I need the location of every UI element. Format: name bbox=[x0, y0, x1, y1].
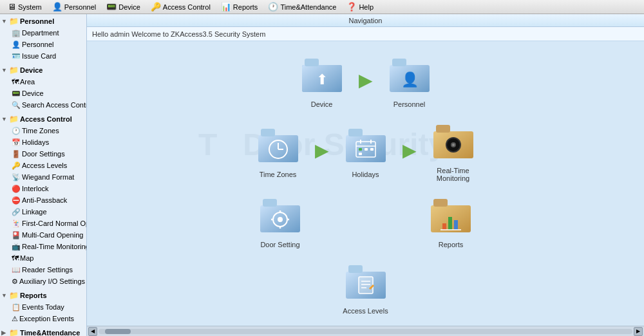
sidebar: ▼ 📁 Personnel 🏢 Department 👤 Personnel 🪪… bbox=[0, 14, 87, 336]
sidebar-item-access-levels[interactable]: 🔑 Access Levels bbox=[0, 160, 86, 171]
menu-system[interactable]: 🖥 System bbox=[3, 1, 47, 13]
dept-icon: 🏢 bbox=[12, 28, 21, 38]
menu-access-control[interactable]: 🔑 Access Control bbox=[146, 1, 216, 13]
aux-icon: ⚙ bbox=[12, 276, 18, 286]
icon-reports-box bbox=[428, 192, 474, 239]
arrow-2: ▶ bbox=[315, 140, 329, 161]
access-folder-icon: 📁 bbox=[9, 114, 19, 124]
icon-personnel-box: 👤 bbox=[386, 52, 433, 98]
sidebar-item-events-today[interactable]: 📋 Events Today bbox=[0, 301, 86, 313]
sidebar-item-holidays[interactable]: 📅 Holidays bbox=[0, 136, 86, 148]
icon-access-levels[interactable]: Access Levels bbox=[337, 259, 395, 315]
svg-rect-5 bbox=[392, 59, 406, 66]
search-icon: 🔍 bbox=[12, 100, 21, 110]
svg-rect-38 bbox=[442, 223, 446, 230]
icon-time-zones-box bbox=[255, 122, 301, 169]
reports-icon: 📊 bbox=[221, 2, 231, 12]
sidebar-item-anti-passback[interactable]: ⛔ Anti-Passback bbox=[0, 194, 86, 206]
personnel-folder-icon: 📁 bbox=[9, 16, 19, 26]
nav-bar: Navigation bbox=[87, 14, 644, 27]
icon-device-box: ⬆ bbox=[299, 52, 345, 98]
person-icon: 👤 bbox=[12, 39, 21, 50]
svg-rect-13 bbox=[348, 129, 363, 136]
main-scroll-left[interactable]: ◀ bbox=[88, 327, 97, 336]
welcome-bar: Hello admin Welcome to ZKAccess3.5 Secur… bbox=[87, 27, 644, 41]
sidebar-item-issue-card[interactable]: 🪪 Issue Card bbox=[0, 50, 86, 62]
menu-device[interactable]: 📟 Device bbox=[101, 1, 146, 13]
sidebar-item-interlock[interactable]: 🔴 Interlock bbox=[0, 183, 86, 194]
icon-reports[interactable]: Reports bbox=[422, 192, 480, 248]
main-scroll-right[interactable]: ▶ bbox=[634, 327, 643, 336]
mc-icon: 🎴 bbox=[12, 230, 21, 240]
main-scrolltrack bbox=[99, 329, 632, 334]
sidebar-item-personnel[interactable]: 👤 Personnel bbox=[0, 39, 86, 50]
sidebar-item-area[interactable]: 🗺 Area bbox=[0, 76, 86, 88]
sidebar-item-wiegand[interactable]: 📡 Wiegand Format bbox=[0, 171, 86, 183]
svg-rect-23 bbox=[436, 125, 450, 133]
sidebar-section-time-attendance: ▶ 📁 Time&Attendance bbox=[0, 326, 86, 336]
icon-real-time[interactable]: Real-Time Monitoring bbox=[424, 118, 482, 182]
content-area: Navigation Hello admin Welcome to ZKAcce… bbox=[87, 14, 644, 336]
access-icon: 🔑 bbox=[151, 2, 161, 12]
menu-help[interactable]: ❓ Help bbox=[341, 1, 379, 13]
map-icon: 🗺 bbox=[12, 253, 19, 263]
sidebar-item-device-root[interactable]: ▼ 📁 Device bbox=[0, 64, 86, 76]
menu-personnel[interactable]: 👤 Personnel bbox=[47, 1, 102, 13]
menu-time-attendance[interactable]: 🕐 Time&Attendance bbox=[263, 1, 341, 13]
sidebar-item-department[interactable]: 🏢 Department bbox=[0, 27, 86, 39]
icon-access-levels-box bbox=[343, 259, 389, 305]
sidebar-item-real-time[interactable]: 📺 Real-Time Monitoring... bbox=[0, 241, 86, 252]
sidebar-item-first-card[interactable]: 🃏 First-Card Normal Op... bbox=[0, 218, 86, 229]
svg-rect-40 bbox=[454, 220, 458, 230]
svg-rect-18 bbox=[359, 148, 362, 151]
svg-rect-19 bbox=[365, 148, 368, 151]
personnel-icon: 👤 bbox=[52, 2, 62, 12]
icon-column: ⬆ Device ▶ bbox=[249, 50, 482, 317]
sidebar-section-access-control: ▼ 📁 Access Control 🕐 Time Zones 📅 Holida… bbox=[0, 112, 86, 288]
sidebar-item-time-zones[interactable]: 🕐 Time Zones bbox=[0, 125, 86, 136]
svg-rect-44 bbox=[359, 277, 373, 294]
icon-area: ⬆ Device ▶ bbox=[87, 41, 644, 326]
icon-holidays-box bbox=[343, 122, 389, 169]
sidebar-item-access-root[interactable]: ▼ 📁 Access Control bbox=[0, 113, 86, 125]
menubar: 🖥 System 👤 Personnel 📟 Device 🔑 Access C… bbox=[0, 0, 644, 14]
sidebar-item-door-settings[interactable]: 🚪 Door Settings bbox=[0, 148, 86, 160]
icon-personnel[interactable]: 👤 Personnel bbox=[381, 52, 439, 108]
sidebar-item-personnel-root[interactable]: ▼ 📁 Personnel bbox=[0, 15, 86, 27]
exc-icon: ⚠ bbox=[12, 313, 18, 324]
rt-icon: 📺 bbox=[12, 241, 21, 252]
icon-holidays[interactable]: Holidays bbox=[337, 122, 395, 178]
sidebar-item-auxiliary-io[interactable]: ⚙ Auxiliary I/O Settings bbox=[0, 275, 86, 287]
sidebar-item-multi-card[interactable]: 🎴 Multi-Card Opening bbox=[0, 229, 86, 241]
menu-reports[interactable]: 📊 Reports bbox=[216, 1, 263, 13]
icon-device[interactable]: ⬆ Device bbox=[293, 52, 351, 108]
sidebar-item-search-access[interactable]: 🔍 Search Access Contro... bbox=[0, 99, 86, 111]
link-icon: 🔗 bbox=[12, 207, 21, 217]
sidebar-item-linkage[interactable]: 🔗 Linkage bbox=[0, 206, 86, 218]
sidebar-section-reports: ▼ 📁 Reports 📋 Events Today ⚠ Exception E… bbox=[0, 288, 86, 326]
icon-row-4: Access Levels bbox=[337, 259, 395, 315]
icon-door-setting[interactable]: Door Setting bbox=[251, 192, 309, 248]
apb-icon: ⛔ bbox=[12, 195, 21, 205]
icon-real-time-box bbox=[430, 118, 477, 165]
svg-rect-43 bbox=[348, 265, 363, 273]
svg-rect-37 bbox=[433, 199, 448, 207]
icon-row-2: Time Zones ▶ bbox=[249, 118, 482, 182]
svg-rect-39 bbox=[448, 217, 452, 230]
sidebar-item-reader-settings[interactable]: 📖 Reader Settings bbox=[0, 264, 86, 275]
sidebar-item-map[interactable]: 🗺 Map bbox=[0, 252, 86, 264]
sidebar-item-device[interactable]: 📟 Device bbox=[0, 88, 86, 99]
interlock-icon: 🔴 bbox=[12, 183, 21, 194]
sidebar-item-exception-events[interactable]: ⚠ Exception Events bbox=[0, 313, 86, 324]
svg-point-27 bbox=[452, 144, 455, 146]
svg-point-31 bbox=[278, 217, 283, 222]
icon-time-zones[interactable]: Time Zones bbox=[249, 122, 307, 178]
wiegand-icon: 📡 bbox=[12, 172, 21, 182]
main-layout: ▼ 📁 Personnel 🏢 Department 👤 Personnel 🪪… bbox=[0, 14, 644, 336]
main-scrollthumb[interactable] bbox=[105, 329, 131, 334]
sidebar-item-reports-root[interactable]: ▼ 📁 Reports bbox=[0, 290, 86, 301]
device-folder-icon: 📁 bbox=[9, 65, 19, 75]
card-icon: 🪪 bbox=[12, 51, 21, 61]
svg-rect-29 bbox=[263, 199, 277, 207]
sidebar-item-time-root[interactable]: ▶ 📁 Time&Attendance bbox=[0, 327, 86, 336]
